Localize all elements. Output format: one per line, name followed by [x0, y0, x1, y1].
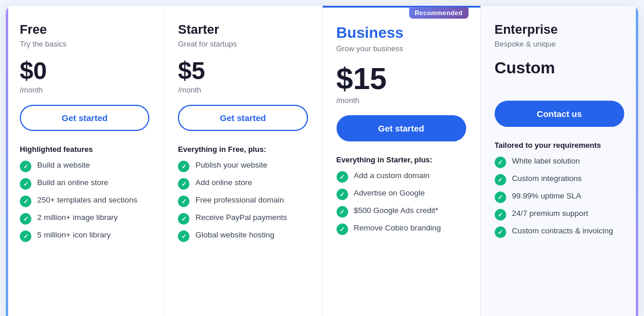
pricing-container: Free Try the basics $0 /month Get starte…	[6, 6, 638, 316]
plan-price-starter: $5	[178, 59, 205, 83]
check-icon	[178, 161, 189, 172]
feature-enterprise-4: Custom contracts & invoicing	[495, 226, 624, 238]
check-icon	[495, 157, 506, 168]
check-icon	[20, 196, 31, 207]
check-icon	[178, 178, 189, 190]
plan-period-free: /month	[20, 86, 149, 94]
plan-period-business: /month	[337, 96, 466, 105]
check-icon	[20, 178, 31, 190]
feature-enterprise-2: 99.99% uptime SLA	[495, 191, 624, 203]
feature-business-2: $500 Google Ads credit*	[337, 206, 466, 218]
plan-price-free: $0	[20, 59, 47, 83]
feature-business-1: Advertise on Google	[337, 189, 466, 200]
plan-card-enterprise: Enterprise Bespoke & unique Custom Conta…	[481, 6, 638, 316]
feature-starter-0: Publish your website	[178, 161, 307, 172]
features-header-free: Highlighted features	[20, 145, 149, 154]
check-icon	[495, 174, 506, 186]
check-icon	[178, 230, 189, 242]
check-icon	[337, 171, 348, 183]
feature-free-2: 250+ templates and sections	[20, 196, 149, 207]
right-accent	[636, 6, 638, 316]
plan-price-business: $15	[337, 63, 387, 94]
feature-starter-2: Free professional domain	[178, 196, 307, 207]
feature-starter-1: Add online store	[178, 178, 307, 190]
left-accent	[6, 6, 8, 316]
feature-business-0: Add a custom domain	[337, 171, 466, 183]
features-header-enterprise: Tailored to your requirements	[495, 141, 624, 150]
plan-tagline-free: Try the basics	[20, 40, 149, 48]
check-icon	[178, 196, 189, 207]
feature-enterprise-1: Custom integrations	[495, 174, 624, 186]
plan-name-starter: Starter	[178, 22, 307, 37]
recommended-badge: Recommended	[409, 7, 468, 19]
plan-cta-free[interactable]: Get started	[20, 105, 149, 131]
feature-free-0: Build a website	[20, 161, 149, 172]
check-icon	[20, 213, 31, 225]
check-icon	[337, 206, 348, 218]
feature-free-4: 5 million+ icon library	[20, 230, 149, 242]
plan-name-enterprise: Enterprise	[495, 22, 624, 37]
plan-card-starter: Starter Great for startups $5 /month Get…	[164, 6, 322, 316]
feature-enterprise-0: White label solution	[495, 157, 624, 168]
features-header-business: Everything in Starter, plus:	[337, 155, 466, 164]
plan-cta-enterprise[interactable]: Contact us	[495, 101, 624, 127]
check-icon	[178, 213, 189, 225]
feature-free-1: Build an online store	[20, 178, 149, 190]
plan-tagline-business: Grow your business	[337, 44, 466, 53]
plan-cta-business[interactable]: Get started	[337, 115, 466, 141]
check-icon	[495, 226, 506, 238]
feature-free-3: 2 million+ image library	[20, 213, 149, 225]
feature-starter-4: Global website hosting	[178, 230, 307, 242]
check-icon	[337, 223, 348, 235]
plan-name-business: Business	[337, 24, 466, 42]
feature-enterprise-3: 24/7 premium support	[495, 209, 624, 221]
features-header-starter: Everything in Free, plus:	[178, 145, 307, 154]
plan-card-free: Free Try the basics $0 /month Get starte…	[6, 6, 164, 316]
check-icon	[20, 230, 31, 242]
plan-name-free: Free	[20, 22, 149, 37]
plan-tagline-enterprise: Bespoke & unique	[495, 40, 624, 48]
plan-price-enterprise: Custom	[495, 59, 624, 77]
plan-card-business: Recommended Business Grow your business …	[323, 6, 481, 316]
check-icon	[495, 191, 506, 203]
plan-tagline-starter: Great for startups	[178, 40, 307, 48]
feature-business-3: Remove Cobiro branding	[337, 223, 466, 235]
check-icon	[337, 189, 348, 200]
feature-starter-3: Receive PayPal payments	[178, 213, 307, 225]
plan-cta-starter[interactable]: Get started	[178, 105, 307, 131]
check-icon	[495, 209, 506, 221]
plan-period-starter: /month	[178, 86, 307, 94]
check-icon	[20, 161, 31, 172]
